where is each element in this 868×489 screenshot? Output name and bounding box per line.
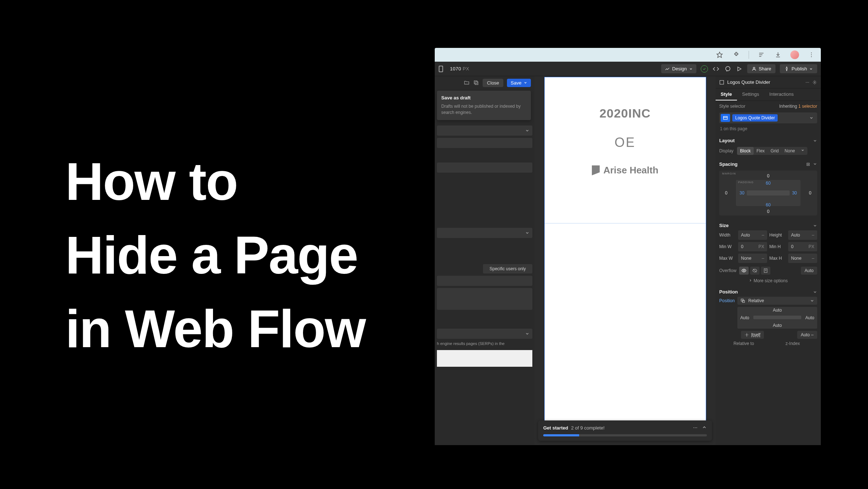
design-mode-dropdown[interactable]: Design [661,64,696,73]
padding-bottom[interactable]: 60 [766,202,770,207]
share-button[interactable]: Share [747,64,776,73]
margin-bottom[interactable]: 0 [767,209,770,214]
tab-settings[interactable]: Settings [737,89,764,100]
panel-input-3[interactable] [437,276,532,286]
spacing-expand-icon[interactable] [806,162,811,167]
svg-point-15 [806,82,807,83]
more-size-options[interactable]: More size options [716,276,821,285]
save-draft-tooltip: Save as draft Drafts will not be publish… [437,91,531,120]
selector-chip[interactable]: Logos Quote Divider [719,112,817,123]
tooltip-body: Drafts will not be published or indexed … [441,103,527,116]
svg-rect-14 [720,80,724,84]
panel-input-1[interactable] [437,138,532,148]
panel-select-2[interactable] [437,228,532,238]
maxw-input[interactable]: None – [738,254,767,263]
display-grid[interactable]: Grid [767,147,782,155]
position-collapse-icon[interactable] [813,290,817,294]
download-icon[interactable] [774,50,782,59]
height-input[interactable]: Auto – [788,230,817,240]
margin-top[interactable]: 0 [767,173,770,178]
display-more-icon[interactable] [798,147,807,155]
comments-icon[interactable] [724,65,731,73]
overflow-hidden-icon[interactable] [750,267,760,275]
breakpoint-unit: PX [463,66,469,71]
maxh-input[interactable]: None – [788,254,817,263]
inset-top[interactable]: Auto [773,308,782,313]
code-export-icon[interactable] [712,65,720,73]
gs-collapse-icon[interactable] [702,425,707,431]
display-flex[interactable]: Flex [754,147,768,155]
spacing-collapse-icon[interactable] [813,162,817,167]
minw-input[interactable]: 0 PX [738,242,767,251]
margin-right[interactable]: 0 [809,190,811,196]
status-check-icon[interactable] [701,65,708,73]
bookmark-star-icon[interactable] [715,50,724,59]
inset-center [753,316,801,319]
inset-box[interactable]: Auto Auto Auto Auto [737,307,817,329]
spacing-box-model[interactable]: MARGIN 0 0 0 0 PADDING 60 60 30 30 [719,170,817,215]
reading-list-icon[interactable] [757,50,766,59]
inset-left[interactable]: Auto [740,315,749,320]
margin-left[interactable]: 0 [725,190,728,196]
element-settings-icon[interactable] [812,80,817,85]
logo-arise-text: Arise Health [603,165,659,176]
selector-chevron-icon[interactable] [809,116,816,120]
profile-avatar[interactable] [790,50,799,59]
inset-right[interactable]: Auto [805,315,814,320]
og-preview [437,350,532,367]
selector-state-icon[interactable] [721,114,730,122]
logo-oe: OE [614,135,635,150]
display-none[interactable]: None [782,147,798,155]
style-panel-tabs: Style Settings Interactions [716,89,821,101]
gs-progress-fill [543,434,579,436]
size-section-header: Size [719,223,729,228]
padding-top[interactable]: 60 [766,181,770,186]
position-section-header: Position [719,289,738,295]
layout-collapse-icon[interactable] [813,139,817,143]
panel-select-1[interactable] [437,126,532,136]
breakpoint-display[interactable]: 1070PX [450,66,469,71]
extensions-puzzle-icon[interactable] [732,50,741,59]
overflow-scroll-icon[interactable] [761,267,770,275]
minh-label: Min H [769,244,786,249]
preview-play-icon[interactable] [736,65,743,73]
save-button[interactable]: Save [507,79,531,87]
on-page-count: 1 on this page [716,126,821,134]
close-button[interactable]: Close [483,79,503,87]
z-index-auto[interactable]: Auto – [797,331,817,339]
inheriting-count[interactable]: Inheriting 1 selector [779,104,817,109]
selection-outline [545,223,706,223]
padding-right[interactable]: 30 [792,190,797,196]
folder-icon[interactable] [464,80,470,86]
selector-class-tag[interactable]: Logos Quote Divider [732,114,778,122]
browser-menu-icon[interactable] [807,50,816,59]
minw-label: Min W [719,244,736,249]
device-tablet-icon[interactable] [438,66,446,72]
panel-textarea[interactable] [437,288,532,310]
overflow-visible-icon[interactable] [739,267,749,275]
panel-select-3[interactable] [437,329,532,339]
share-label: Share [759,66,771,71]
overflow-auto-chip[interactable]: Auto [801,267,817,275]
element-more-icon[interactable] [805,80,810,85]
visibility-segment[interactable]: Specific users only [437,264,532,274]
position-select[interactable]: Relative [737,297,817,305]
relative-to-itself[interactable]: Itself [741,331,764,339]
page-settings-panel: Close Save Save as draft Drafts will not… [435,76,535,445]
panel-input-2[interactable] [437,163,532,173]
size-collapse-icon[interactable] [813,223,817,228]
display-block[interactable]: Block [737,147,753,155]
copy-icon[interactable] [473,80,479,86]
width-input[interactable]: Auto – [738,230,767,240]
publish-button[interactable]: Publish [780,64,817,73]
segment-specific-users[interactable]: Specific users only [483,264,532,274]
tab-style[interactable]: Style [716,89,737,100]
canvas[interactable]: 2020INC OE Arise Health [544,77,706,425]
tab-interactions[interactable]: Interactions [764,89,799,100]
inset-bottom[interactable]: Auto [773,323,782,328]
minh-input[interactable]: 0 PX [788,242,817,251]
gs-more-icon[interactable] [692,425,698,431]
padding-left[interactable]: 30 [740,190,744,196]
position-relative-icon [740,298,745,303]
overflow-label: Overflow [719,268,736,273]
